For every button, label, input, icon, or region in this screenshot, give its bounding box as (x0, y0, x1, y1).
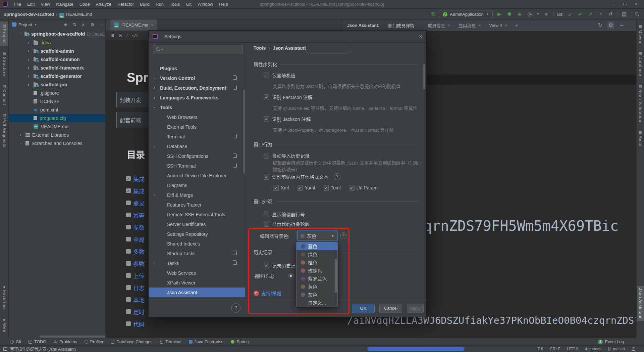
code-icon[interactable]: </> (132, 33, 138, 38)
chevron-icon[interactable]: › (154, 76, 155, 81)
option-recognize-clipboard-formats[interactable]: 识别剪贴板内其他格式文本 ? (245, 173, 426, 181)
tool-window-button[interactable]: Problems (54, 340, 77, 344)
option-jackson-annotations[interactable]: 识别 Jackson 注解 (245, 115, 426, 123)
settings-tree-row[interactable]: › Build, Execution, Deployment (149, 83, 245, 93)
settings-tree-row[interactable]: › Languages & Frameworks (149, 93, 245, 102)
checkbox-checked[interactable] (323, 185, 329, 191)
chevron-icon[interactable]: › (154, 261, 155, 266)
tool-stripe-item[interactable]: ▤ Project (0, 21, 8, 46)
toc-link[interactable]: 全局 (133, 235, 145, 244)
format-option[interactable]: Url Param (349, 185, 378, 191)
option-include-random-values[interactable]: 包含随机值 (245, 71, 426, 79)
git-push-button[interactable]: ↗ (587, 10, 594, 18)
menu-item[interactable]: Build (137, 0, 153, 9)
checkbox-checked[interactable] (264, 174, 269, 180)
checkbox-checked[interactable] (297, 185, 303, 191)
tool-stripe-item[interactable]: ★ Web (0, 316, 8, 335)
debug-button[interactable]: ⬢ (506, 10, 513, 18)
option-auto-import-history[interactable]: 自动导入历史记录 (245, 151, 426, 160)
tool-window-tab[interactable]: View 4 × (485, 19, 511, 31)
option-show-folding-outline[interactable]: 显示代码折叠轮廓 (245, 220, 426, 228)
tool-stripe-item[interactable]: ▤ Commit (0, 82, 8, 107)
settings-tree-row[interactable]: › SSH Configurations (149, 151, 245, 161)
format-option[interactable]: Toml (323, 185, 341, 191)
toc-checkbox[interactable] (126, 188, 131, 193)
chevron-icon[interactable]: › (28, 82, 31, 87)
project-tree-row[interactable]: › scaffold-common (9, 55, 105, 63)
settings-tree-row[interactable]: › Remote SSH External Tools (149, 210, 245, 219)
tool-window-tab[interactable]: 部门成员详情 × (384, 19, 424, 31)
line-ending-indicator[interactable]: CRLF (550, 347, 560, 351)
settings-tree-row[interactable]: › Tasks (149, 258, 245, 268)
search-everywhere-icon[interactable] (635, 12, 639, 16)
hide-panel-icon[interactable]: ─ (100, 22, 103, 27)
project-tree-row[interactable]: › scaffold-framework (9, 63, 105, 72)
menu-item[interactable]: Code (76, 0, 93, 9)
chevron-icon[interactable]: › (154, 95, 155, 100)
tool-stripe-item[interactable]: ▤ Structure (0, 49, 8, 79)
settings-tree-row[interactable]: › Web Browsers (149, 112, 245, 122)
notifications-bell-icon[interactable] (632, 347, 635, 351)
build-hammer-icon[interactable]: ⚒ (430, 10, 436, 18)
toc-link[interactable]: 参数 (133, 259, 145, 268)
tool-window-button[interactable]: Git (10, 340, 21, 344)
project-tree-row[interactable]: › LICENSE (9, 97, 105, 105)
horizontal-scrollbar[interactable] (40, 336, 106, 338)
chevron-icon[interactable]: › (20, 141, 23, 146)
toc-checkbox[interactable] (126, 309, 131, 314)
menu-item[interactable]: Help (216, 0, 231, 9)
run-button[interactable]: ▶ (496, 10, 503, 18)
toc-link[interactable]: 多数 (133, 247, 145, 256)
format-option[interactable]: Xml (273, 185, 289, 191)
chevron-icon[interactable]: › (28, 57, 31, 62)
chevron-icon[interactable]: › (20, 133, 23, 137)
tool-window-button[interactable]: Database Changes (111, 340, 152, 344)
menu-item[interactable]: Run (153, 0, 167, 9)
checkbox-unchecked[interactable] (264, 153, 269, 159)
option-show-line-numbers[interactable]: 显示编辑器行号 (245, 210, 426, 218)
toc-checkbox[interactable] (126, 237, 131, 241)
tab-close-icon[interactable]: × (479, 23, 481, 28)
checkbox-checked[interactable] (273, 185, 279, 191)
menu-item[interactable]: Tools (167, 0, 183, 9)
help-icon[interactable]: ? (334, 173, 340, 180)
menu-item[interactable]: View (38, 0, 53, 9)
toc-checkbox[interactable] (126, 297, 131, 302)
settings-tree-row[interactable]: › Plugins (149, 63, 245, 73)
settings-tree-row[interactable]: › Tools (149, 102, 245, 112)
checkbox-unchecked[interactable] (264, 221, 269, 227)
dropdown-option[interactable]: 绿色 (297, 250, 337, 258)
git-update-button[interactable]: ↙ (567, 10, 574, 18)
git-history-button[interactable]: ◔ (597, 10, 604, 18)
ok-button[interactable]: OK (352, 304, 375, 313)
json-text-line-1[interactable]: czqrnZDS79FH5Wm5m4X69TBic (407, 218, 619, 234)
settings-tree-row[interactable]: › Shared Indexes (149, 239, 245, 249)
toc-link[interactable]: 集成 (133, 175, 145, 183)
project-tree-row[interactable]: › .idea (9, 38, 105, 47)
settings-tree-row[interactable]: › Terminal (149, 132, 245, 141)
project-tree-row[interactable]: › proguard.cfg (9, 114, 105, 122)
project-tree-row[interactable]: › pom.xml (9, 105, 105, 114)
toc-link[interactable]: 上传 (133, 271, 145, 280)
settings-tree-row[interactable]: › Json Assistant (149, 288, 245, 297)
tool-window-button[interactable]: Terminal (160, 340, 181, 344)
toc-link[interactable]: 代码 (133, 320, 145, 328)
add-tab-icon[interactable]: + (513, 23, 521, 28)
tool-window-button[interactable]: Profiler (85, 340, 104, 344)
encoding-indicator[interactable]: UTF-8 (567, 347, 578, 351)
settings-tree-row[interactable]: › Features Trainer (149, 200, 245, 210)
checkbox-checked[interactable] (264, 94, 269, 100)
italic-icon[interactable]: I (126, 33, 127, 38)
chevron-expanded-icon[interactable]: › (18, 32, 23, 36)
checkbox-checked[interactable] (264, 116, 269, 122)
menu-item[interactable]: Git (183, 0, 195, 9)
bold-icon[interactable]: B (111, 33, 114, 38)
menu-item[interactable]: Refactor (114, 0, 137, 9)
chevron-icon[interactable]: › (154, 85, 155, 90)
tab-close-icon[interactable]: × (448, 23, 450, 28)
gear-icon[interactable]: ⚙ (90, 22, 94, 27)
tool-stripe-item[interactable]: ▦ Database (637, 49, 644, 79)
settings-tree-row[interactable]: › Diagrams (149, 180, 245, 190)
radio-selected[interactable] (288, 273, 293, 278)
project-structure-button[interactable]: ▤ (621, 10, 628, 18)
